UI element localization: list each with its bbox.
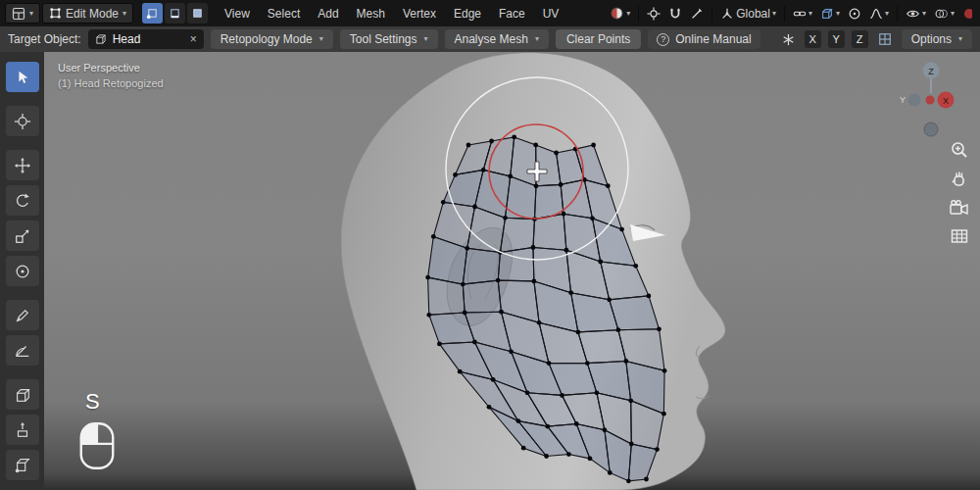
tool-poly-build[interactable] — [6, 450, 39, 480]
menu-mesh[interactable]: Mesh — [349, 3, 393, 24]
blender-window: ▾ Edit Mode ▾ — [0, 0, 980, 490]
tool-add-cube[interactable] — [6, 379, 39, 410]
gizmo-neg-z-axis[interactable] — [924, 122, 938, 136]
chevron-down-icon: ▾ — [535, 35, 539, 43]
menu-select[interactable]: Select — [260, 3, 308, 24]
face-select-button[interactable] — [187, 3, 208, 24]
gizmo-x-label: X — [943, 96, 949, 106]
editor-type-icon — [12, 7, 25, 21]
edge-select-button[interactable] — [165, 3, 185, 24]
tool-extrude[interactable] — [6, 415, 39, 445]
tool-select-box[interactable] — [6, 62, 39, 92]
transform-icon — [14, 263, 31, 280]
falloff-dropdown[interactable]: ▾ — [866, 3, 892, 24]
grid-toggle-icon[interactable] — [950, 226, 969, 246]
tool-scale[interactable] — [6, 220, 39, 251]
menu-add[interactable]: Add — [310, 3, 346, 24]
retopology-mode-label: Retopology Mode — [220, 32, 313, 46]
proportional-edit-toggle[interactable] — [845, 3, 864, 24]
pan-hand-icon[interactable] — [950, 170, 969, 189]
edit-mode-icon — [49, 7, 62, 20]
axis-x-button[interactable]: X — [805, 30, 821, 48]
pivot-sphere-icon — [610, 6, 624, 21]
options-label: Options — [911, 32, 952, 46]
divider — [711, 6, 712, 22]
chain-link-icon — [793, 7, 807, 21]
vertex-select-button[interactable] — [142, 3, 163, 24]
clear-target-icon[interactable]: × — [190, 32, 197, 46]
divider — [638, 6, 639, 22]
chevron-down-icon: ▾ — [958, 35, 962, 43]
options-dropdown[interactable]: Options ▾ — [902, 29, 972, 49]
knife-tool-button[interactable] — [687, 3, 707, 24]
menu-vertex[interactable]: Vertex — [395, 3, 444, 24]
tool-move[interactable] — [6, 150, 39, 180]
select-cursor-icon — [14, 69, 31, 86]
proportional-circle-icon — [848, 7, 861, 21]
menu-face[interactable]: Face — [491, 3, 533, 24]
mirror-grid-icon — [878, 32, 892, 46]
tool-rotate[interactable] — [6, 185, 39, 216]
edge-select-icon — [169, 7, 181, 20]
overlays-dropdown[interactable]: ▾ — [931, 3, 957, 24]
visibility-dropdown[interactable]: ▾ — [903, 3, 929, 24]
snap-cursor-button[interactable] — [644, 3, 663, 24]
gizmo-z-label: Z — [928, 67, 934, 76]
snap-magnet-button[interactable] — [665, 3, 685, 24]
chevron-down-icon: ▾ — [122, 10, 126, 18]
snapping-dropdown[interactable]: ▾ — [790, 3, 815, 24]
tool-cursor[interactable] — [6, 106, 39, 136]
tool-settings-dropdown[interactable]: Tool Settings ▾ — [340, 29, 438, 49]
overlays-icon — [934, 7, 949, 21]
axis-z-button[interactable]: Z — [852, 30, 868, 48]
chevron-down-icon: ▾ — [772, 10, 776, 18]
target-object-value: Head — [113, 32, 184, 46]
snap-element-button[interactable] — [779, 29, 798, 50]
snap-target-dropdown[interactable]: ▾ — [817, 3, 843, 24]
chevron-down-icon: ▾ — [424, 35, 428, 43]
orientation-dropdown[interactable]: Global ▾ — [717, 3, 779, 24]
navigation-gizmo[interactable]: Z Y X — [897, 60, 959, 146]
vertex-select-icon — [146, 7, 159, 20]
mirror-grid-button[interactable] — [875, 29, 895, 50]
editor-type-button[interactable]: ▾ — [5, 3, 40, 24]
mouse-lmb-icon — [77, 420, 117, 471]
online-manual-button[interactable]: ? Online Manual — [648, 29, 760, 49]
analyse-mesh-dropdown[interactable]: Analyse Mesh ▾ — [445, 29, 549, 49]
menu-view[interactable]: View — [217, 3, 258, 24]
chevron-down-icon: ▾ — [319, 35, 323, 43]
red-indicator[interactable] — [959, 3, 975, 24]
online-manual-label: Online Manual — [675, 32, 751, 46]
menu-uv[interactable]: UV — [535, 3, 567, 24]
viewport-3d[interactable]: User Perspective (1) Head Retopogized S … — [44, 52, 980, 490]
clear-points-label: Clear Points — [566, 32, 630, 46]
gizmo-center[interactable] — [926, 96, 935, 105]
zoom-icon[interactable] — [950, 140, 969, 160]
orientation-label: Global — [736, 7, 770, 21]
retopology-mode-dropdown[interactable]: Retopology Mode ▾ — [211, 29, 333, 49]
scale-icon — [14, 227, 31, 245]
target-object-field[interactable]: Head × — [88, 29, 204, 49]
divider — [784, 6, 785, 22]
tool-transform[interactable] — [6, 256, 39, 286]
camera-view-icon[interactable] — [949, 199, 970, 217]
pivot-point-button[interactable]: ▾ — [607, 3, 633, 24]
mode-dropdown[interactable]: Edit Mode ▾ — [42, 3, 133, 24]
mesh-cube-icon — [95, 33, 107, 45]
chevron-down-icon: ▾ — [885, 10, 889, 18]
tool-settings-bar: Target Object: Head × Retopology Mode ▾ … — [0, 26, 980, 52]
main-area: User Perspective (1) Head Retopogized S … — [0, 52, 980, 490]
add-cube-icon — [14, 386, 31, 404]
crosshair-icon — [647, 7, 661, 21]
move-icon — [14, 157, 31, 174]
toolbar-left — [0, 52, 44, 490]
gizmo-y-axis[interactable] — [908, 94, 921, 107]
tool-annotate[interactable] — [6, 300, 39, 330]
menu-edge[interactable]: Edge — [446, 3, 489, 24]
hotkey-hint: S — [85, 389, 100, 415]
chevron-down-icon: ▾ — [922, 10, 926, 18]
tool-measure[interactable] — [6, 335, 39, 366]
clear-points-button[interactable]: Clear Points — [556, 29, 641, 49]
axis-y-button[interactable]: Y — [828, 30, 845, 48]
tool-settings-label: Tool Settings — [350, 32, 417, 46]
